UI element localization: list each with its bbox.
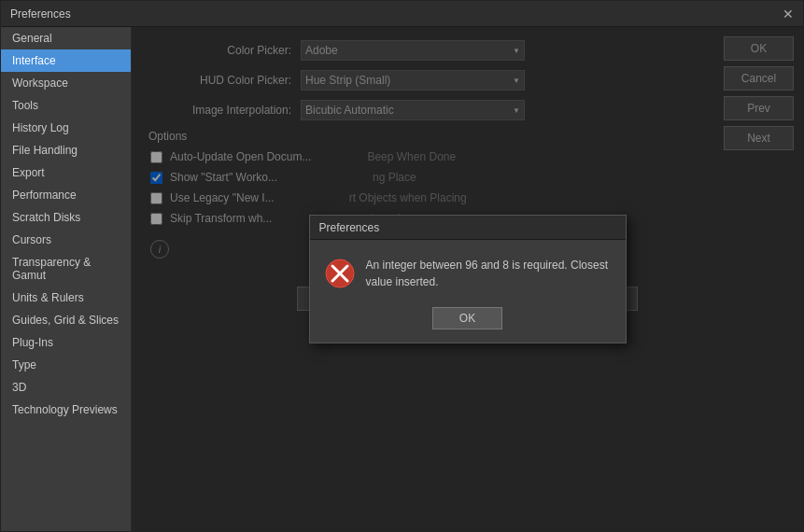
sidebar-item-workspace[interactable]: Workspace [1,72,131,94]
preferences-window: Preferences ✕ General Interface Workspac… [0,0,804,532]
window-title: Preferences [10,7,71,21]
modal-ok-button[interactable]: OK [432,307,502,329]
sidebar-item-history-log[interactable]: History Log [1,117,131,139]
sidebar-item-transparency-gamut[interactable]: Transparency & Gamut [1,251,131,287]
sidebar-item-general[interactable]: General [1,27,131,49]
sidebar-item-scratch-disks[interactable]: Scratch Disks [1,206,131,229]
main-content: General Interface Workspace Tools Histor… [1,27,803,531]
sidebar-item-file-handling[interactable]: File Handling [1,139,131,161]
sidebar: General Interface Workspace Tools Histor… [1,27,132,531]
modal-overlay: Preferences An integer between 96 and 8 … [132,27,803,531]
close-button[interactable]: ✕ [783,7,794,21]
sidebar-item-tools[interactable]: Tools [1,94,131,117]
sidebar-item-guides-grid-slices[interactable]: Guides, Grid & Slices [1,309,131,331]
sidebar-item-plug-ins[interactable]: Plug-Ins [1,331,131,354]
content-area: Color Picker: Adobe HUD Color Picker: Hu… [132,27,803,531]
sidebar-item-performance[interactable]: Performance [1,184,131,206]
modal-body: An integer between 96 and 8 is required.… [310,240,626,301]
sidebar-item-export[interactable]: Export [1,161,131,184]
sidebar-item-technology-previews[interactable]: Technology Previews [1,399,131,421]
modal-message: An integer between 96 and 8 is required.… [366,257,611,290]
sidebar-item-3d[interactable]: 3D [1,376,131,399]
sidebar-item-units-rulers[interactable]: Units & Rulers [1,287,131,309]
title-bar: Preferences ✕ [1,1,803,27]
sidebar-item-type[interactable]: Type [1,354,131,376]
sidebar-item-cursors[interactable]: Cursors [1,229,131,251]
error-icon [325,259,355,288]
modal-title-bar: Preferences [310,216,626,240]
modal-dialog: Preferences An integer between 96 and 8 … [309,215,627,343]
modal-footer: OK [310,301,626,343]
sidebar-item-interface[interactable]: Interface [1,49,131,72]
modal-title: Preferences [319,221,380,234]
